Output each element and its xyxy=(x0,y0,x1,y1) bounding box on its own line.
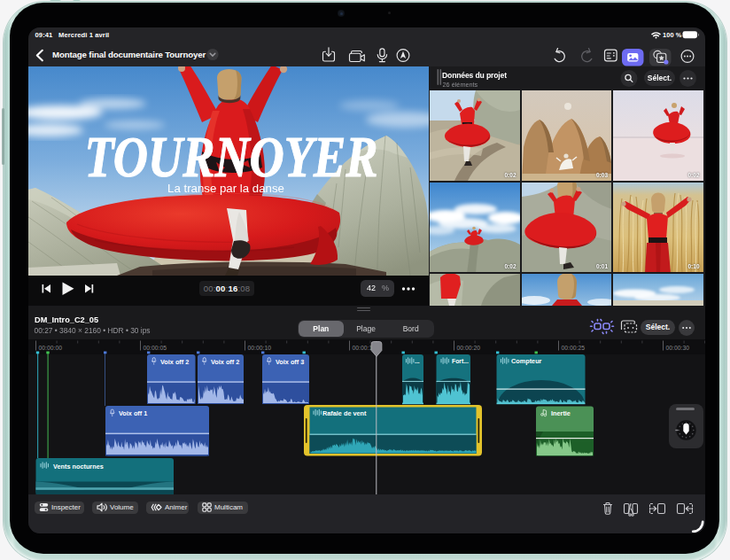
svg-text:Voix off 3: Voix off 3 xyxy=(276,358,304,366)
svg-text:Voix off 2: Voix off 2 xyxy=(160,358,189,366)
svg-text:...: ... xyxy=(415,358,420,364)
svg-text:00:00:20: 00:00:20 xyxy=(457,345,481,351)
svg-text:Fort...: Fort... xyxy=(452,358,469,364)
svg-text:00:00:10: 00:00:10 xyxy=(248,345,272,351)
svg-text:Inertie: Inertie xyxy=(551,409,571,417)
svg-text:Voix off 1: Voix off 1 xyxy=(119,409,147,417)
svg-text:TOURNOYER: TOURNOYER xyxy=(85,125,378,189)
svg-text:00:00:00: 00:00:00 xyxy=(39,345,63,351)
svg-text:00:00:30: 00:00:30 xyxy=(666,345,690,351)
svg-text:00:00:05: 00:00:05 xyxy=(144,345,167,351)
svg-text:La transe par la danse: La transe par la danse xyxy=(167,183,284,195)
svg-text:00:00:25: 00:00:25 xyxy=(562,345,586,351)
svg-text:Compteur: Compteur xyxy=(511,357,542,365)
svg-text:Voix off 2: Voix off 2 xyxy=(211,358,239,366)
svg-text:Vents nocturnes: Vents nocturnes xyxy=(53,463,104,471)
svg-text:Rafale de vent: Rafale de vent xyxy=(322,409,367,417)
